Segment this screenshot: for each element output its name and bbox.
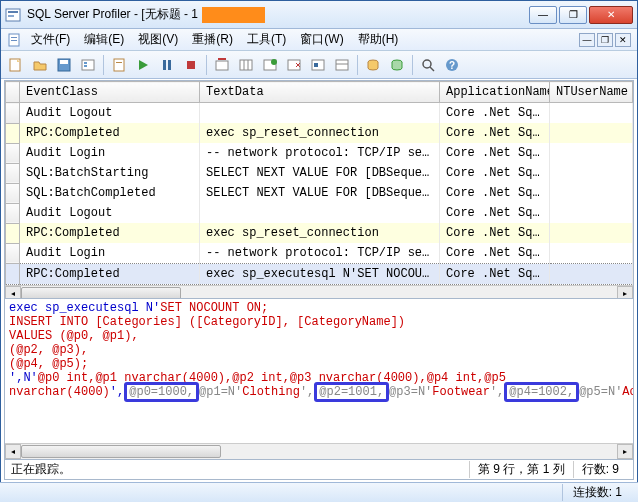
title-redacted [202, 7, 265, 23]
row-header [6, 183, 20, 203]
table-row[interactable]: Audit LogoutCore .Net Sq... [6, 103, 633, 124]
menu-file[interactable]: 文件(F) [25, 29, 76, 50]
row-header [6, 123, 20, 143]
cell[interactable] [550, 123, 633, 143]
cell[interactable] [550, 243, 633, 264]
cell[interactable] [550, 163, 633, 183]
col-eventclass[interactable]: EventClass [20, 82, 200, 103]
inner-status-bar: 正在跟踪。 第 9 行，第 1 列 行数: 9 [5, 459, 633, 479]
organize-button[interactable] [331, 54, 353, 76]
cell[interactable]: RPC:Completed [20, 264, 200, 285]
cell[interactable] [550, 203, 633, 223]
col-applicationname[interactable]: ApplicationName [440, 82, 550, 103]
cell[interactable]: -- network protocol: TCP/IP set qu... [200, 143, 440, 163]
run-button[interactable] [132, 54, 154, 76]
table-row[interactable]: SQL:BatchStartingSELECT NEXT VALUE FOR [… [6, 163, 633, 183]
cell[interactable]: SELECT NEXT VALUE FOR [DBSequenceHiLo] [200, 183, 440, 203]
cell[interactable]: Audit Login [20, 243, 200, 264]
mdi-close-button[interactable]: ✕ [615, 33, 631, 47]
save-button[interactable] [53, 54, 75, 76]
pause-button[interactable] [156, 54, 178, 76]
cell[interactable]: -- network protocol: TCP/IP set qu... [200, 243, 440, 264]
menu-help[interactable]: 帮助(H) [352, 29, 405, 50]
columns-button[interactable] [235, 54, 257, 76]
stop-button[interactable] [180, 54, 202, 76]
cell[interactable]: SELECT NEXT VALUE FOR [DBSequenceHiLo] [200, 163, 440, 183]
properties-button[interactable] [77, 54, 99, 76]
cell[interactable]: Core .Net Sq... [440, 163, 550, 183]
grid-horizontal-scrollbar[interactable]: ◂ ▸ [5, 285, 633, 298]
template-button[interactable] [108, 54, 130, 76]
cell[interactable] [200, 203, 440, 223]
scroll-right-icon[interactable]: ▸ [617, 444, 633, 459]
cell[interactable]: Core .Net Sq... [440, 103, 550, 124]
table-row[interactable]: RPC:Completedexec sp_executesql N'SET NO… [6, 264, 633, 285]
cell[interactable]: Audit Logout [20, 103, 200, 124]
svg-rect-5 [11, 40, 17, 41]
find-button[interactable] [417, 54, 439, 76]
cell[interactable]: RPC:Completed [20, 223, 200, 243]
cell[interactable]: exec sp_executesql N'SET NOCOUNT ON... [200, 264, 440, 285]
open-button[interactable] [29, 54, 51, 76]
col-textdata[interactable]: TextData [200, 82, 440, 103]
menu-tools[interactable]: 工具(T) [241, 29, 292, 50]
cell[interactable] [200, 103, 440, 124]
cell[interactable]: Audit Logout [20, 203, 200, 223]
table-row[interactable]: Audit Login-- network protocol: TCP/IP s… [6, 243, 633, 264]
cell[interactable]: Core .Net Sq... [440, 123, 550, 143]
cell[interactable] [550, 103, 633, 124]
table-row[interactable]: RPC:Completedexec sp_reset_connectionCor… [6, 123, 633, 143]
col-ntusername[interactable]: NTUserName [550, 82, 633, 103]
cell[interactable]: exec sp_reset_connection [200, 123, 440, 143]
menu-replay[interactable]: 重播(R) [186, 29, 239, 50]
cell[interactable]: exec sp_reset_connection [200, 223, 440, 243]
svg-line-31 [430, 67, 434, 71]
toggle-button[interactable] [283, 54, 305, 76]
maximize-button[interactable]: ❐ [559, 6, 587, 24]
table-row[interactable]: Audit LogoutCore .Net Sq... [6, 203, 633, 223]
table-row[interactable]: SQL:BatchCompletedSELECT NEXT VALUE FOR … [6, 183, 633, 203]
clear-button[interactable] [211, 54, 233, 76]
svg-rect-13 [116, 62, 122, 63]
menu-window[interactable]: 窗口(W) [294, 29, 349, 50]
help-button[interactable]: ? [441, 54, 463, 76]
minimize-button[interactable]: — [529, 6, 557, 24]
cell[interactable]: Core .Net Sq... [440, 203, 550, 223]
cell[interactable]: Core .Net Sq... [440, 183, 550, 203]
trace-grid[interactable]: EventClass TextData ApplicationName NTUs… [5, 81, 633, 285]
bookmark-button[interactable] [259, 54, 281, 76]
filter-button[interactable] [307, 54, 329, 76]
cell[interactable] [550, 143, 633, 163]
menu-edit[interactable]: 编辑(E) [78, 29, 130, 50]
new-trace-button[interactable] [5, 54, 27, 76]
svg-rect-18 [240, 60, 252, 70]
dta-button[interactable] [386, 54, 408, 76]
scroll-right-icon[interactable]: ▸ [617, 286, 633, 299]
scroll-thumb[interactable] [21, 287, 181, 299]
close-button[interactable]: ✕ [589, 6, 633, 24]
mdi-minimize-button[interactable]: — [579, 33, 595, 47]
mdi-restore-button[interactable]: ❐ [597, 33, 613, 47]
cell[interactable]: Core .Net Sq... [440, 264, 550, 285]
cell[interactable]: SQL:BatchCompleted [20, 183, 200, 203]
cell[interactable]: Core .Net Sq... [440, 223, 550, 243]
menu-view[interactable]: 视图(V) [132, 29, 184, 50]
scroll-thumb[interactable] [21, 445, 221, 458]
cell[interactable] [550, 223, 633, 243]
cell[interactable]: Audit Login [20, 143, 200, 163]
cell[interactable] [550, 183, 633, 203]
cell[interactable]: RPC:Completed [20, 123, 200, 143]
row-header [6, 143, 20, 163]
cell[interactable]: Core .Net Sq... [440, 143, 550, 163]
table-row[interactable]: RPC:Completedexec sp_reset_connectionCor… [6, 223, 633, 243]
code-horizontal-scrollbar[interactable]: ◂ ▸ [5, 443, 633, 459]
table-row[interactable]: Audit Login-- network protocol: TCP/IP s… [6, 143, 633, 163]
app-icon [5, 7, 21, 23]
cell[interactable] [550, 264, 633, 285]
ssms-button[interactable] [362, 54, 384, 76]
scroll-left-icon[interactable]: ◂ [5, 444, 21, 459]
cell[interactable]: Core .Net Sq... [440, 243, 550, 264]
cell[interactable]: SQL:BatchStarting [20, 163, 200, 183]
sql-detail-pane[interactable]: exec sp_executesql N'SET NOCOUNT ON; INS… [5, 299, 633, 443]
scroll-left-icon[interactable]: ◂ [5, 286, 21, 299]
